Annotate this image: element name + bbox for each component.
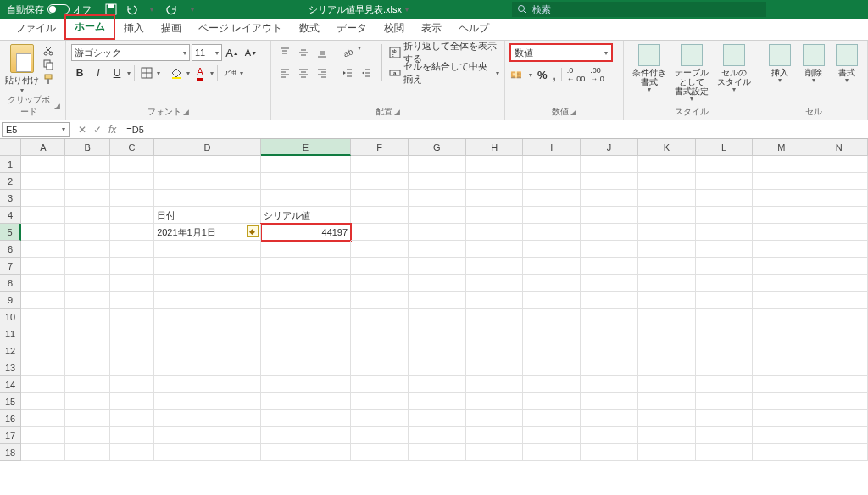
cell-J12[interactable] — [581, 342, 638, 359]
font-color-dropdown-icon[interactable]: ▾ — [210, 70, 214, 77]
cell-D2[interactable] — [154, 173, 261, 190]
cell-E2[interactable] — [261, 173, 351, 190]
cell-C16[interactable] — [110, 410, 154, 427]
cell-L5[interactable] — [696, 224, 754, 241]
cell-J7[interactable] — [581, 258, 638, 275]
cell-G2[interactable] — [409, 173, 466, 190]
column-header-I[interactable]: I — [523, 139, 581, 156]
row-header-11[interactable]: 11 — [0, 325, 21, 342]
cell-L6[interactable] — [696, 241, 754, 258]
cell-M5[interactable] — [753, 224, 810, 241]
cell-D16[interactable] — [154, 410, 261, 427]
tab-file[interactable]: ファイル — [7, 18, 64, 40]
cell-H8[interactable] — [466, 275, 524, 292]
cell-C2[interactable] — [110, 173, 154, 190]
cell-E6[interactable] — [261, 241, 351, 258]
font-size-select[interactable]: 11▾ — [192, 44, 222, 61]
decrease-font-icon[interactable]: A▼ — [242, 44, 259, 61]
cell-K10[interactable] — [638, 309, 696, 325]
cell-A6[interactable] — [21, 241, 65, 258]
decrease-indent-icon[interactable] — [339, 64, 356, 81]
cell-M9[interactable] — [753, 292, 810, 309]
cell-B14[interactable] — [65, 376, 109, 393]
cell-D1[interactable] — [154, 156, 261, 173]
cell-D13[interactable] — [154, 359, 261, 376]
cell-N8[interactable] — [810, 275, 868, 292]
phonetic-icon[interactable]: ア亜 — [221, 64, 238, 81]
cell-B3[interactable] — [65, 190, 109, 207]
cell-N4[interactable] — [810, 207, 868, 224]
row-header-17[interactable]: 17 — [0, 427, 21, 444]
cell-J2[interactable] — [581, 173, 638, 190]
tab-view[interactable]: 表示 — [413, 18, 450, 40]
cell-M10[interactable] — [753, 309, 810, 325]
cell-A5[interactable] — [21, 224, 65, 241]
cell-C12[interactable] — [110, 342, 154, 359]
cell-I15[interactable] — [523, 393, 581, 410]
row-header-2[interactable]: 2 — [0, 173, 21, 190]
cell-H18[interactable] — [466, 444, 524, 461]
cell-B7[interactable] — [65, 258, 109, 275]
cell-I18[interactable] — [523, 444, 581, 461]
cell-A14[interactable] — [21, 376, 65, 393]
cell-L1[interactable] — [696, 156, 754, 173]
cell-G13[interactable] — [409, 359, 466, 376]
cell-K11[interactable] — [638, 325, 696, 342]
cell-C8[interactable] — [110, 275, 154, 292]
bold-button[interactable]: B — [71, 64, 88, 81]
cell-E13[interactable] — [261, 359, 351, 376]
row-header-1[interactable]: 1 — [0, 156, 21, 173]
tab-draw[interactable]: 描画 — [153, 18, 190, 40]
fill-color-icon[interactable] — [168, 64, 185, 81]
cell-D10[interactable] — [154, 309, 261, 325]
cell-C10[interactable] — [110, 309, 154, 325]
cell-K6[interactable] — [638, 241, 696, 258]
orientation-dropdown-icon[interactable]: ▾ — [358, 44, 361, 61]
cell-K16[interactable] — [638, 410, 696, 427]
font-name-select[interactable]: 游ゴシック▾ — [71, 44, 190, 61]
align-center-icon[interactable] — [295, 64, 312, 81]
cell-M11[interactable] — [753, 325, 810, 342]
cell-N15[interactable] — [810, 393, 868, 410]
cell-C5[interactable] — [110, 224, 154, 241]
cell-K18[interactable] — [638, 444, 696, 461]
cell-E10[interactable] — [261, 309, 351, 325]
cell-N5[interactable] — [810, 224, 868, 241]
cell-D15[interactable] — [154, 393, 261, 410]
cell-K8[interactable] — [638, 275, 696, 292]
cell-A4[interactable] — [21, 207, 65, 224]
cell-F17[interactable] — [351, 427, 409, 444]
underline-dropdown-icon[interactable]: ▾ — [127, 70, 131, 77]
cell-N10[interactable] — [810, 309, 868, 325]
cell-H7[interactable] — [466, 258, 524, 275]
column-header-F[interactable]: F — [351, 139, 409, 156]
column-header-J[interactable]: J — [581, 139, 638, 156]
select-all-corner[interactable] — [0, 139, 21, 156]
alignment-dialog-launcher-icon[interactable]: ◢ — [394, 108, 400, 116]
column-header-B[interactable]: B — [65, 139, 109, 156]
merge-center-button[interactable]: a セルを結合して中央揃え ▾ — [389, 64, 499, 81]
cell-N9[interactable] — [810, 292, 868, 309]
cell-M4[interactable] — [753, 207, 810, 224]
font-dialog-launcher-icon[interactable]: ◢ — [183, 108, 189, 116]
cell-F11[interactable] — [351, 325, 409, 342]
cell-L16[interactable] — [696, 410, 754, 427]
row-header-7[interactable]: 7 — [0, 258, 21, 275]
cell-E7[interactable] — [261, 258, 351, 275]
cell-H6[interactable] — [466, 241, 524, 258]
cell-G1[interactable] — [409, 156, 466, 173]
cell-N13[interactable] — [810, 359, 868, 376]
cell-B16[interactable] — [65, 410, 109, 427]
tab-home[interactable]: ホーム — [64, 14, 115, 40]
cell-K4[interactable] — [638, 207, 696, 224]
cell-J15[interactable] — [581, 393, 638, 410]
cell-H11[interactable] — [466, 325, 524, 342]
cell-G3[interactable] — [409, 190, 466, 207]
cell-N3[interactable] — [810, 190, 868, 207]
cell-D6[interactable] — [154, 241, 261, 258]
cell-A7[interactable] — [21, 258, 65, 275]
cell-M8[interactable] — [753, 275, 810, 292]
column-header-N[interactable]: N — [810, 139, 868, 156]
cell-N2[interactable] — [810, 173, 868, 190]
cell-G11[interactable] — [409, 325, 466, 342]
